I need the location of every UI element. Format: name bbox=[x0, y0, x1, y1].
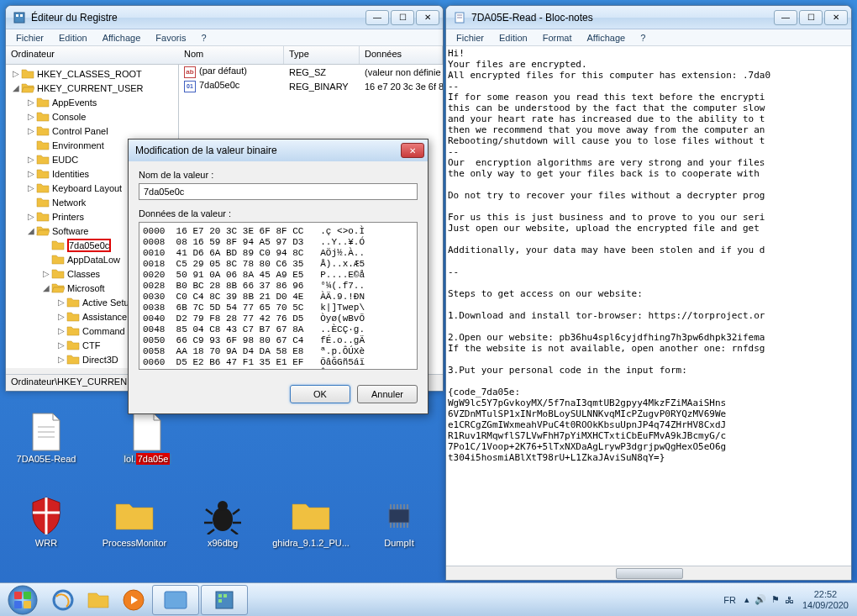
desktop-icon-label: ghidra_9.1.2_PU... bbox=[272, 538, 350, 548]
tree-toggle-icon[interactable]: ▷ bbox=[56, 340, 66, 350]
tree-header[interactable]: Ordinateur bbox=[6, 46, 179, 65]
name-label: Nom de la valeur : bbox=[139, 170, 418, 180]
window-controls: — ☐ ✕ bbox=[774, 10, 848, 25]
file-icon bbox=[127, 412, 167, 452]
svg-rect-15 bbox=[14, 601, 22, 608]
tray-network-icon[interactable]: 🖧 bbox=[785, 595, 794, 605]
tray-chevron-icon[interactable]: ▴ bbox=[744, 594, 749, 605]
tree-toggle-icon[interactable]: ◢ bbox=[41, 283, 51, 292]
menu-fichier[interactable]: Fichier bbox=[9, 31, 50, 45]
desktop-icon-lol[interactable]: lol.7da05e bbox=[109, 412, 185, 464]
svg-rect-21 bbox=[218, 594, 222, 598]
cancel-button[interactable]: Annuler bbox=[357, 385, 418, 403]
tray-flag-icon[interactable]: ⚑ bbox=[771, 594, 780, 605]
tree-toggle-icon[interactable]: ▷ bbox=[26, 183, 36, 192]
language-indicator[interactable]: FR bbox=[723, 595, 736, 605]
list-rows: ab(par défaut)REG_SZ(valeur non définie0… bbox=[179, 65, 443, 93]
dialog-close-button[interactable]: ✕ bbox=[401, 143, 424, 158]
tree-toggle-icon[interactable]: ◢ bbox=[26, 226, 36, 235]
tree-toggle-icon[interactable]: ▷ bbox=[41, 269, 51, 278]
scrollbar-thumb[interactable] bbox=[616, 568, 683, 579]
tree-toggle-icon[interactable]: ▷ bbox=[26, 155, 36, 164]
window-controls: — ☐ ✕ bbox=[365, 10, 439, 25]
menu-help[interactable]: ? bbox=[194, 31, 213, 45]
bug-icon bbox=[202, 496, 243, 536]
tree-toggle-icon[interactable]: ▷ bbox=[26, 126, 36, 135]
list-row[interactable]: ab(par défaut)REG_SZ(valeur non définie bbox=[179, 65, 443, 79]
maximize-button[interactable]: ☐ bbox=[799, 10, 823, 25]
col-data[interactable]: Données bbox=[360, 46, 443, 64]
dialog-titlebar[interactable]: Modification de la valeur binaire ✕ bbox=[129, 140, 428, 161]
menu-affichage[interactable]: Affichage bbox=[96, 31, 148, 45]
tree-node[interactable]: ▷HKEY_CLASSES_ROOT bbox=[8, 66, 176, 81]
start-button[interactable] bbox=[0, 583, 45, 617]
taskbar-task-1[interactable] bbox=[152, 585, 199, 615]
value-name-input[interactable] bbox=[139, 183, 418, 200]
notepad-window: 7DA05E-Read - Bloc-notes — ☐ ✕ Fichier E… bbox=[445, 5, 852, 581]
tree-toggle-icon[interactable]: ▷ bbox=[56, 297, 66, 307]
highlighted-extension: 7da05e bbox=[136, 453, 171, 465]
svg-rect-22 bbox=[223, 594, 227, 598]
tree-toggle-icon[interactable]: ▷ bbox=[56, 312, 66, 321]
tree-toggle-icon[interactable]: ▷ bbox=[56, 355, 66, 364]
desktop-icon-label: DumpIt bbox=[384, 538, 413, 548]
menu-edition[interactable]: Edition bbox=[492, 31, 534, 45]
regedit-titlebar[interactable]: Éditeur du Registre — ☐ ✕ bbox=[6, 6, 443, 29]
col-type[interactable]: Type bbox=[284, 46, 360, 64]
minimize-button[interactable]: — bbox=[365, 10, 389, 25]
svg-point-3 bbox=[213, 508, 233, 531]
tree-toggle-icon[interactable]: ▷ bbox=[26, 169, 36, 178]
desktop-icon-ghidra[interactable]: ghidra_9.1.2_PU... bbox=[273, 496, 349, 548]
data-label: Données de la valeur : bbox=[139, 208, 418, 218]
tree-toggle-icon[interactable]: ▷ bbox=[56, 326, 66, 335]
tree-node[interactable]: ▷AppEvents bbox=[8, 95, 176, 109]
horizontal-scrollbar[interactable] bbox=[446, 566, 851, 580]
ok-button[interactable]: OK bbox=[290, 385, 350, 403]
tree-node[interactable]: ◢HKEY_CURRENT_USER bbox=[8, 81, 176, 95]
menu-affichage[interactable]: Affichage bbox=[581, 31, 633, 45]
notepad-title: 7DA05E-Read - Bloc-notes bbox=[471, 12, 774, 24]
notepad-titlebar[interactable]: 7DA05E-Read - Bloc-notes — ☐ ✕ bbox=[446, 6, 851, 29]
tree-node[interactable]: ▷Console bbox=[8, 109, 176, 124]
notepad-textarea[interactable]: Hi! Your files are encrypted. All encryp… bbox=[446, 46, 851, 566]
minimize-button[interactable]: — bbox=[774, 10, 797, 25]
menu-format[interactable]: Format bbox=[536, 31, 579, 45]
desktop-icon-x96dbg[interactable]: x96dbg bbox=[185, 496, 260, 548]
tree-toggle-icon[interactable]: ▷ bbox=[26, 97, 36, 107]
notepad-menubar: Fichier Edition Format Affichage ? bbox=[446, 29, 851, 46]
menu-favoris[interactable]: Favoris bbox=[149, 31, 192, 45]
regedit-title: Éditeur du Registre bbox=[31, 12, 365, 24]
tree-toggle-icon[interactable]: ▷ bbox=[26, 112, 36, 121]
desktop-icon-wrr[interactable]: WRR bbox=[8, 496, 84, 548]
menu-edition[interactable]: Edition bbox=[52, 31, 94, 45]
svg-rect-23 bbox=[218, 599, 222, 603]
tree-node[interactable]: ▷Control Panel bbox=[8, 124, 176, 138]
menu-fichier[interactable]: Fichier bbox=[450, 31, 491, 45]
reg-string-icon: ab bbox=[184, 66, 196, 78]
tray-volume-icon[interactable]: 🔊 bbox=[754, 594, 766, 605]
close-button[interactable]: ✕ bbox=[824, 10, 848, 25]
desktop-icon-dumpit[interactable]: DumpIt bbox=[361, 496, 437, 548]
taskbar-ie[interactable] bbox=[46, 585, 80, 615]
hex-editor[interactable]: 0000 16 E7 20 3C 3E 6F 8F CC .ç <>o.Ì 00… bbox=[139, 222, 418, 370]
menu-help[interactable]: ? bbox=[634, 31, 652, 45]
col-name[interactable]: Nom bbox=[179, 46, 284, 64]
taskbar-clock[interactable]: 22:52 14/09/2020 bbox=[802, 589, 852, 611]
tree-toggle-icon[interactable]: ▷ bbox=[11, 69, 21, 78]
maximize-button[interactable]: ☐ bbox=[391, 10, 414, 25]
desktop-icon-label: ProcessMonitor bbox=[103, 538, 166, 548]
desktop-icon-procmon[interactable]: ProcessMonitor bbox=[97, 496, 172, 548]
svg-rect-19 bbox=[165, 592, 187, 608]
text-file-icon bbox=[26, 412, 66, 452]
taskbar-task-regedit[interactable] bbox=[201, 585, 248, 615]
regedit-icon bbox=[13, 11, 26, 24]
taskbar-explorer[interactable] bbox=[81, 585, 115, 615]
desktop-icon-7da05e-read[interactable]: 7DA05E-Read bbox=[8, 412, 84, 464]
list-row[interactable]: 017da05e0cREG_BINARY16 e7 20 3c 3e 6f 8f bbox=[179, 79, 443, 93]
close-button[interactable]: ✕ bbox=[416, 10, 439, 25]
folder-icon bbox=[114, 496, 155, 536]
tree-toggle-icon[interactable]: ◢ bbox=[11, 83, 21, 92]
tree-toggle-icon[interactable]: ▷ bbox=[26, 212, 36, 221]
taskbar-wmp[interactable] bbox=[117, 585, 150, 615]
svg-point-12 bbox=[8, 586, 37, 614]
